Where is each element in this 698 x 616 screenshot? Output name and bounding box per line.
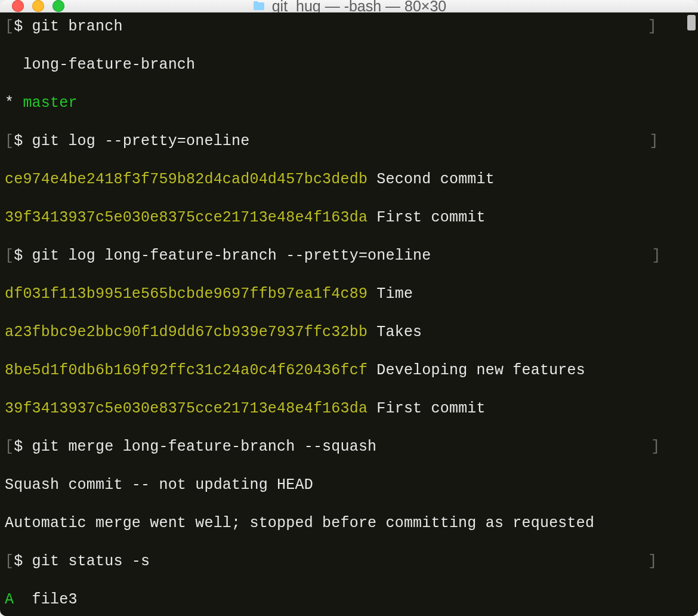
cmd-git-branch: git branch [32, 18, 123, 35]
titlebar[interactable]: git_hug — -bash — 80×30 [0, 0, 698, 13]
status-file: file3 [14, 591, 77, 608]
commit-hash: a23fbbc9e2bbc90f1d9dd67cb939e7937ffc32bb [5, 324, 367, 341]
commit-hash: ce974e4be2418f3f759b82d4cad04d457bc3dedb [5, 171, 367, 188]
minimize-icon[interactable] [32, 0, 44, 12]
close-icon[interactable] [12, 0, 24, 12]
commit-hash: df031f113b9951e565bcbde9697ffb97ea1f4c89 [5, 285, 367, 303]
scrollbar[interactable] [686, 15, 697, 616]
folder-icon [252, 0, 266, 13]
traffic-lights [0, 0, 64, 12]
scrollbar-thumb[interactable] [687, 15, 696, 30]
prompt-bracket: [ [5, 18, 14, 35]
prompt-dollar: $ [14, 18, 32, 35]
commit-msg: First commit [367, 209, 486, 226]
cmd-git-log-branch: git log long-feature-branch --pretty=one… [32, 247, 431, 264]
commit-msg: First commit [367, 400, 486, 417]
cmd-git-status: git status -s [32, 553, 150, 570]
cmd-git-merge: git merge long-feature-branch --squash [32, 438, 377, 455]
branch-row: long-feature-branch [5, 56, 195, 73]
merge-output: Squash commit -- not updating HEAD [5, 476, 313, 494]
terminal-area[interactable]: [$ git branch] long-feature-branch * mas… [0, 13, 698, 616]
commit-hash: 8be5d1f0db6b169f92ffc31c24a0c4f620436fcf [5, 362, 367, 379]
status-code: A [5, 591, 14, 608]
commit-hash: 39f3413937c5e030e8375cce21713e48e4f163da [5, 209, 367, 226]
zoom-icon[interactable] [52, 0, 64, 12]
branch-current: master [23, 94, 77, 112]
commit-hash: 39f3413937c5e030e8375cce21713e48e4f163da [5, 400, 367, 417]
commit-msg: Takes [367, 324, 422, 341]
terminal-output[interactable]: [$ git branch] long-feature-branch * mas… [4, 16, 694, 616]
cmd-git-log: git log --pretty=oneline [32, 133, 250, 150]
commit-msg: Developing new features [367, 362, 585, 379]
commit-msg: Time [367, 285, 413, 303]
merge-output: Automatic merge went well; stopped befor… [5, 515, 594, 532]
commit-msg: Second commit [367, 171, 495, 188]
branch-current-star: * [5, 94, 23, 112]
prompt-bracket-r: ] [648, 18, 657, 35]
terminal-window: git_hug — -bash — 80×30 [$ git branch] l… [0, 0, 698, 616]
